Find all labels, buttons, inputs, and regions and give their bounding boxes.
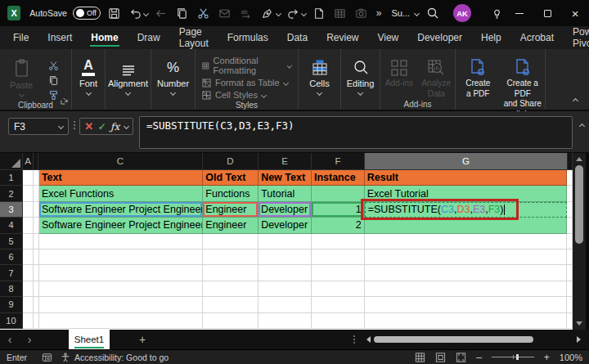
zoom-level[interactable]: 100% <box>560 353 582 362</box>
row-header-2[interactable]: 2 <box>0 186 23 201</box>
editing-group[interactable]: Editing <box>341 49 380 110</box>
row-header-8[interactable]: 8 <box>0 281 23 297</box>
cell-G4[interactable] <box>365 218 567 233</box>
collapse-ribbon-icon[interactable] <box>573 98 578 104</box>
cell-F4[interactable]: 2 <box>312 218 365 233</box>
tab-bar-grip[interactable] <box>353 335 355 344</box>
cell-C4[interactable]: Software Engineer Project Engineer <box>39 218 203 233</box>
page-break-view-icon[interactable] <box>456 353 466 362</box>
normal-view-icon[interactable] <box>415 353 425 362</box>
create-pdf-button[interactable]: Createa PDF <box>456 54 501 99</box>
alignment-group[interactable]: Alignment <box>106 49 151 110</box>
cell-C2[interactable]: Excel Functions <box>39 186 203 201</box>
zoom-slider[interactable] <box>492 357 534 357</box>
cell-C3[interactable]: Software Engineer Project Engineer <box>39 202 203 218</box>
accessibility-icon[interactable] <box>61 353 70 362</box>
row-header-6[interactable]: 6 <box>0 249 23 265</box>
minimize-button[interactable] <box>506 0 533 26</box>
document-title[interactable]: Su... <box>391 8 419 18</box>
tab-developer[interactable]: Developer <box>416 27 463 48</box>
vertical-scrollbar[interactable] <box>573 153 586 330</box>
cell-A3[interactable] <box>23 202 34 218</box>
col-header-D[interactable]: D <box>203 153 259 170</box>
cell-E1[interactable]: New Text <box>259 170 312 186</box>
pen-menu-icon[interactable] <box>275 11 281 16</box>
cell-E2[interactable]: Tutorial <box>259 186 312 201</box>
cell-D3[interactable]: Engineer <box>203 202 259 218</box>
cell-F1[interactable]: Instance <box>312 170 365 186</box>
search-icon[interactable] <box>424 4 442 22</box>
vertical-scrollbar-thumb[interactable] <box>575 165 583 244</box>
cell-A4[interactable] <box>23 218 34 233</box>
cell-D4[interactable]: Engineer <box>203 218 259 233</box>
redo-icon[interactable] <box>285 4 301 22</box>
zoom-out-button[interactable]: – <box>476 352 482 363</box>
scroll-right-icon[interactable] <box>577 336 581 343</box>
row-header-1[interactable]: 1 <box>0 170 23 186</box>
row-header-7[interactable]: 7 <box>0 265 23 281</box>
cut-small-icon[interactable] <box>48 61 59 71</box>
font-group[interactable]: A Font <box>72 49 106 110</box>
cut-icon[interactable] <box>196 4 212 22</box>
page-layout-view-icon[interactable] <box>435 353 446 362</box>
scroll-left-icon[interactable] <box>366 336 371 343</box>
horizontal-scrollbar-thumb[interactable] <box>374 336 533 343</box>
cell-G3-formula[interactable]: =SUBSTITUTE(C3,D3,E3,F3) <box>365 202 567 218</box>
cell-A2[interactable] <box>23 186 34 201</box>
macro-record-icon[interactable] <box>42 353 52 362</box>
insert-function-icon[interactable]: ƒx <box>110 121 119 133</box>
accessibility-status[interactable]: Accessibility: Good to go <box>74 353 169 362</box>
cell-D2[interactable]: Functions <box>203 186 259 201</box>
horizontal-scrollbar[interactable] <box>366 330 581 349</box>
clipboard-dialog-launcher-icon[interactable] <box>61 93 68 108</box>
next-sheet-icon[interactable]: › <box>20 333 39 346</box>
undo-menu-icon[interactable] <box>143 11 149 16</box>
tab-acrobat[interactable]: Acrobat <box>519 27 555 48</box>
formula-bar-grip[interactable] <box>74 121 75 129</box>
confirm-entry-icon[interactable]: ✓ <box>98 121 106 133</box>
name-box[interactable]: F3 <box>8 118 69 135</box>
cell-G1[interactable]: Result <box>365 170 567 186</box>
tab-draw[interactable]: Draw <box>137 27 161 48</box>
redo-menu-icon[interactable] <box>301 11 307 16</box>
tab-insert[interactable]: Insert <box>47 27 73 48</box>
fx-menu-icon[interactable] <box>124 124 129 129</box>
tab-review[interactable]: Review <box>326 27 359 48</box>
add-sheet-button[interactable]: + <box>139 333 146 346</box>
pen-icon[interactable] <box>259 4 276 22</box>
new-document-icon[interactable] <box>311 4 327 22</box>
row-header-4[interactable]: 4 <box>0 218 23 233</box>
tab-formulas[interactable]: Formulas <box>227 27 269 48</box>
copy-icon[interactable] <box>174 4 191 22</box>
zoom-slider-thumb[interactable] <box>516 354 519 360</box>
cell-D1[interactable]: Old Text <box>203 170 259 186</box>
tab-help[interactable]: Help <box>480 27 502 48</box>
cell-E3[interactable]: Developer <box>259 202 312 218</box>
cells-group[interactable]: Cells <box>299 49 341 110</box>
cell-F3[interactable]: 1 <box>312 202 365 218</box>
user-avatar[interactable]: AK <box>453 4 471 22</box>
zoom-in-button[interactable]: + <box>544 352 550 363</box>
undo-icon[interactable] <box>127 4 143 22</box>
excel-logo-icon[interactable]: X <box>7 6 20 20</box>
toolbar-overflow-button[interactable]: » <box>376 7 382 19</box>
tab-data[interactable]: Data <box>286 27 308 48</box>
maximize-button[interactable] <box>533 0 561 26</box>
cell-A1[interactable] <box>23 170 34 186</box>
copy-small-icon[interactable] <box>48 75 59 86</box>
row-header-9[interactable]: 9 <box>0 297 23 312</box>
autosave-toggle[interactable]: Off <box>73 7 101 20</box>
cell-G2[interactable]: Excel Tutorial <box>365 186 567 201</box>
sheet-tab-sheet1[interactable]: Sheet1 <box>69 330 110 349</box>
cancel-entry-icon[interactable]: ✕ <box>84 120 93 133</box>
tab-file[interactable]: File <box>12 27 29 48</box>
lightbulb-icon[interactable] <box>488 4 506 22</box>
cell-C1[interactable]: Text <box>39 170 203 186</box>
row-header-5[interactable]: 5 <box>0 234 23 249</box>
formula-input[interactable]: =SUBSTITUTE(C3,D3,E3,F3) <box>139 116 573 149</box>
col-header-A[interactable]: A <box>23 153 34 170</box>
col-header-E[interactable]: E <box>259 153 312 170</box>
row-header-10[interactable]: 10 <box>0 313 23 329</box>
row-header-3[interactable]: 3 <box>0 202 23 218</box>
format-painter-icon[interactable] <box>48 90 59 101</box>
